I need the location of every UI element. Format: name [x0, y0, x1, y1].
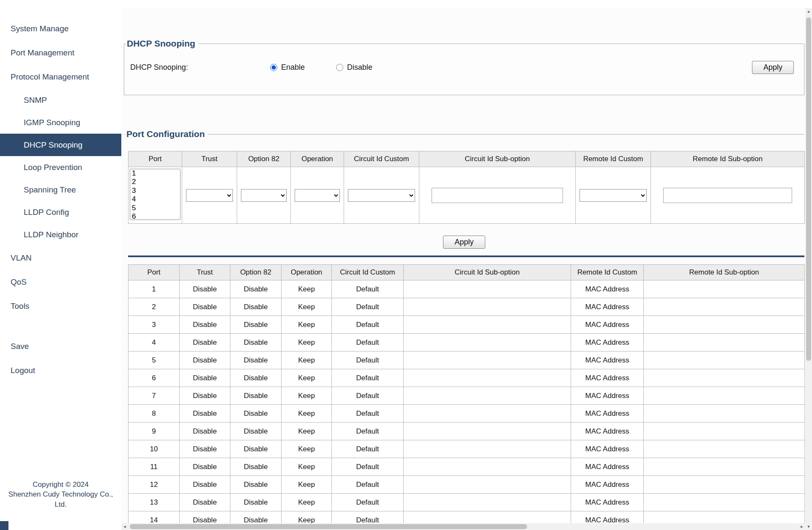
- table-cell: Default: [332, 458, 404, 476]
- circuit-id-suboption-input[interactable]: [432, 188, 563, 203]
- table-cell: [404, 440, 571, 458]
- port-option[interactable]: 6: [130, 212, 180, 220]
- radio-option-disable[interactable]: Disable: [336, 63, 372, 72]
- table-cell: [644, 458, 805, 476]
- sidebar-item-qos[interactable]: QoS: [0, 270, 121, 294]
- enable-radio[interactable]: [270, 64, 277, 71]
- table-cell: Keep: [282, 334, 332, 352]
- sidebar-item-lldp-config[interactable]: LLDP Config: [0, 201, 121, 223]
- table-cell: Keep: [282, 405, 332, 423]
- table-cell: 3: [128, 316, 180, 334]
- table-cell: Disable: [230, 298, 282, 316]
- table-cell: Disable: [180, 494, 230, 511]
- table-cell: [404, 405, 571, 423]
- table-cell: 1: [128, 280, 180, 298]
- dhcp-snooping-field-row: DHCP Snooping: EnableDisable Apply: [124, 49, 804, 86]
- dhcp-snooping-section: DHCP Snooping DHCP Snooping: EnableDisab…: [124, 38, 804, 95]
- table-cell: 9: [128, 423, 180, 440]
- sidebar-item-port-management[interactable]: Port Management: [0, 41, 121, 65]
- column-header: Remote Id Sub-option: [651, 151, 805, 167]
- table-cell: Keep: [282, 369, 332, 387]
- table-cell: [644, 440, 805, 458]
- sidebar-item-vlan[interactable]: VLAN: [0, 246, 121, 270]
- table-cell: Keep: [282, 494, 332, 511]
- table-row: 13DisableDisableKeepDefaultMAC Address: [128, 494, 805, 511]
- vertical-scrollbar-thumb[interactable]: [806, 17, 811, 361]
- horizontal-scrollbar-thumb[interactable]: [130, 524, 527, 529]
- config-table-header-row: PortTrustOption 82OperationCircuit Id Cu…: [128, 151, 805, 167]
- port-option[interactable]: 5: [130, 204, 180, 212]
- trust-select[interactable]: [186, 189, 233, 202]
- table-cell: Default: [332, 423, 404, 440]
- table-cell: Disable: [180, 334, 230, 352]
- port-option[interactable]: 4: [130, 195, 180, 203]
- port-configuration-title: Port Configuration: [125, 129, 208, 139]
- table-cell: Disable: [180, 387, 230, 405]
- operation-select[interactable]: [295, 189, 340, 202]
- sidebar-item-igmp-snooping[interactable]: IGMP Snooping: [0, 111, 121, 134]
- table-cell: 8: [128, 405, 180, 423]
- port-option[interactable]: 1: [130, 169, 180, 178]
- copyright: Copyright © 2024Shenzhen Cudy Technology…: [0, 480, 121, 510]
- table-cell: Disable: [230, 458, 282, 476]
- column-header: Port: [128, 265, 180, 280]
- radio-label: Enable: [281, 63, 305, 72]
- table-cell: [404, 369, 571, 387]
- sidebar-item-system-manage[interactable]: System Manage: [0, 16, 121, 41]
- table-cell: 13: [128, 494, 180, 511]
- remote-id-custom-select[interactable]: [580, 189, 647, 202]
- sidebar-item-tools[interactable]: Tools: [0, 294, 121, 318]
- port-option[interactable]: 3: [130, 187, 180, 195]
- column-header: Option 82: [230, 265, 282, 280]
- port-option[interactable]: 2: [130, 178, 180, 186]
- port-config-apply-button[interactable]: Apply: [443, 236, 485, 249]
- column-header: Trust: [182, 151, 237, 167]
- table-cell: [404, 280, 571, 298]
- table-cell: [644, 280, 805, 298]
- dhcp-apply-button[interactable]: Apply: [752, 61, 794, 74]
- table-cell: Disable: [180, 423, 230, 440]
- table-cell: Default: [332, 476, 404, 494]
- option82-select[interactable]: [241, 189, 287, 202]
- sidebar-item-save[interactable]: Save: [0, 334, 121, 358]
- table-cell: [644, 369, 805, 387]
- table-row: 10DisableDisableKeepDefaultMAC Address: [128, 440, 805, 458]
- remote-id-suboption-input[interactable]: [663, 188, 792, 203]
- table-cell: Default: [332, 334, 404, 352]
- sidebar-item-protocol-management[interactable]: Protocol Management: [0, 65, 121, 89]
- disable-radio[interactable]: [336, 64, 343, 71]
- scroll-down-icon[interactable]: ▼: [805, 523, 812, 530]
- circuit-id-custom-select[interactable]: [348, 189, 415, 202]
- sidebar-item-snmp[interactable]: SNMP: [0, 89, 121, 111]
- scroll-up-icon[interactable]: ▲: [805, 8, 812, 15]
- horizontal-scrollbar[interactable]: ◄ ►: [121, 523, 805, 530]
- port-listbox[interactable]: 123456: [130, 169, 180, 220]
- sidebar-item-loop-prevention[interactable]: Loop Prevention: [0, 156, 121, 178]
- column-header: Circuit Id Sub-option: [419, 151, 576, 167]
- port-config-table: PortTrustOption 82OperationCircuit Id Cu…: [128, 151, 805, 224]
- table-cell: Disable: [230, 369, 282, 387]
- table-cell: MAC Address: [571, 298, 644, 316]
- sidebar-item-dhcp-snooping[interactable]: DHCP Snooping: [0, 134, 121, 156]
- port-status-table: PortTrustOption 82OperationCircuit Id Cu…: [128, 264, 805, 529]
- sidebar-item-spanning-tree[interactable]: Spanning Tree: [0, 178, 121, 201]
- scroll-right-icon[interactable]: ►: [798, 523, 805, 530]
- table-cell: [644, 405, 805, 423]
- table-row: 9DisableDisableKeepDefaultMAC Address: [128, 423, 805, 440]
- table-cell: Default: [332, 298, 404, 316]
- table-cell: 2: [128, 298, 180, 316]
- radio-option-enable[interactable]: Enable: [270, 63, 305, 72]
- table-cell: 6: [128, 369, 180, 387]
- main-content: DHCP Snooping DHCP Snooping: EnableDisab…: [121, 8, 805, 530]
- table-cell: [644, 494, 805, 511]
- table-cell: Keep: [282, 387, 332, 405]
- port-select-cell: 123456: [128, 167, 182, 224]
- table-cell: Default: [332, 369, 404, 387]
- sidebar-item-lldp-neighbor[interactable]: LLDP Neighbor: [0, 223, 121, 246]
- table-cell: Disable: [230, 405, 282, 423]
- status-table-header-row: PortTrustOption 82OperationCircuit Id Cu…: [128, 265, 805, 280]
- table-row: 7DisableDisableKeepDefaultMAC Address: [128, 387, 805, 405]
- sidebar-item-logout[interactable]: Logout: [0, 358, 121, 382]
- scroll-left-icon[interactable]: ◄: [121, 523, 128, 530]
- vertical-scrollbar[interactable]: ▲ ▼: [805, 8, 812, 530]
